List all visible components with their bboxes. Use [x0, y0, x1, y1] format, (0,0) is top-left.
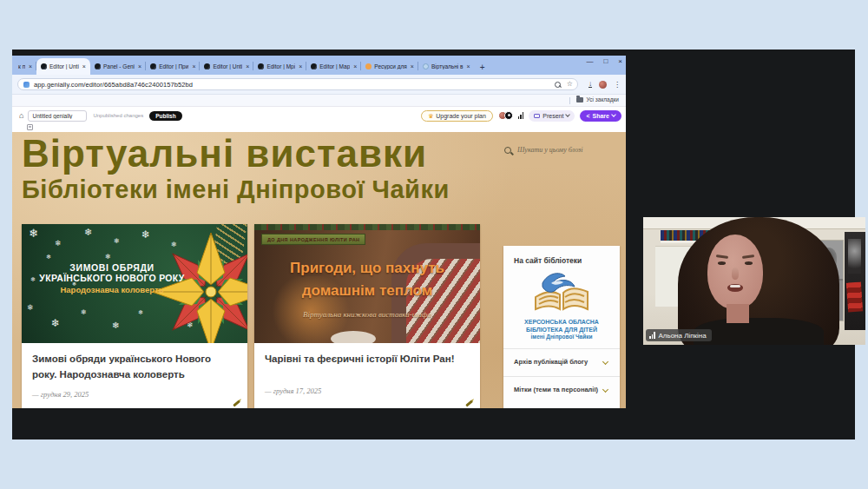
snowflake-icon: ❄ — [105, 254, 111, 261]
browser-tab[interactable]: Editor | Мрі× — [253, 58, 306, 75]
post-card[interactable]: ❄❄❄❄❄❄❄❄❄❄❄❄❄❄❄❄❄ — [22, 224, 247, 408]
genially-favicon-icon — [95, 63, 101, 69]
participant-video[interactable]: Альона Ліпкіна — [643, 217, 865, 345]
tab-close-icon[interactable]: × — [29, 63, 32, 69]
signal-bars-icon — [649, 332, 655, 339]
publish-button[interactable]: Publish — [149, 111, 181, 121]
post2-image-title1: Пригоди, що пахнуть — [254, 257, 480, 280]
browser-tab[interactable]: Panel - Geni× — [90, 58, 146, 75]
edit-pencil-icon[interactable] — [233, 400, 240, 406]
wall-poster — [845, 232, 865, 330]
upgrade-plan-button[interactable]: ♛ Upgrade your plan — [421, 110, 493, 122]
post2-ribbon-label: ДО ДНЯ НАРОДЖЕННЯ ЮЛІТИ РАН — [267, 237, 359, 242]
post1-image-title1: ЗИМОВІ ОБРЯДИ — [27, 262, 197, 273]
genially-title-input[interactable] — [28, 110, 87, 122]
bookmarks-bar: Усі закладки — [12, 94, 626, 106]
unpublished-status: Unpublished changes — [93, 113, 143, 118]
window-controls: — □ × — [586, 57, 622, 65]
tab-label: Editor | Unti — [49, 63, 79, 69]
close-icon[interactable]: × — [618, 57, 622, 65]
tab-close-icon[interactable]: × — [82, 63, 86, 69]
browser-tab[interactable]: Editor | Мар× — [306, 58, 361, 75]
participant-name-tag: Альона Ліпкіна — [646, 329, 712, 341]
genially-favicon-icon — [41, 63, 47, 69]
post-card[interactable]: ДО ДНЯ НАРОДЖЕННЯ ЮЛІТИ РАН Пригоди, що … — [254, 224, 480, 408]
address-bar[interactable]: app.genially.com/editor/665abd8a746c2400… — [17, 78, 578, 90]
post-title-link[interactable]: Зимові обряди українського Нового року. … — [32, 352, 237, 383]
tab-close-icon[interactable]: × — [192, 63, 195, 69]
participant-torso — [694, 318, 824, 345]
avatar[interactable] — [504, 111, 513, 120]
all-bookmarks-button[interactable]: Усі закладки — [576, 96, 619, 102]
participant-face — [707, 235, 763, 309]
share-button[interactable]: < Share — [580, 110, 621, 122]
blue-favicon-icon — [423, 63, 429, 69]
present-label: Present — [542, 113, 563, 119]
tab-label: Panel - Geni — [103, 63, 135, 69]
snowflake-icon: ❄ — [81, 309, 87, 316]
browser-navbar: app.genially.com/editor/665abd8a746c2400… — [12, 75, 626, 94]
post2-image-subtitle: Віртуальна книжкова виставка-шафа — [254, 310, 480, 319]
browser-tab[interactable]: Editor | Unti× — [200, 58, 253, 75]
sidebar-item-archive[interactable]: Архів публікацій блогу — [503, 349, 620, 366]
post-title-link[interactable]: Чарівні та феєричні історії Юліти Ран! — [265, 352, 470, 367]
bookmark-star-icon[interactable]: ☆ — [567, 81, 573, 88]
blog-search-input[interactable] — [517, 146, 608, 155]
browser-tab[interactable]: Ресурси для× — [361, 58, 418, 75]
blog-search[interactable] — [504, 146, 617, 155]
upgrade-plan-label: Upgrade your plan — [436, 113, 486, 119]
chevron-down-icon — [611, 112, 616, 117]
chevron-down-icon — [602, 387, 608, 393]
post-date: — грудня 17, 2025 — [265, 387, 470, 395]
profile-avatar[interactable] — [599, 81, 607, 89]
video-call-stage: к пу×Editor | Unti×Panel - Geni×Editor |… — [0, 0, 868, 489]
browser-menu-icon[interactable]: ⋮ — [614, 81, 621, 89]
snowflake-icon: ❄ — [46, 254, 51, 260]
maximize-icon[interactable]: □ — [603, 57, 608, 65]
library-name-line3: імені Дніпрової Чайки — [503, 334, 620, 340]
tab-close-icon[interactable]: × — [411, 63, 414, 69]
tab-close-icon[interactable]: × — [467, 63, 470, 69]
site-info-icon[interactable] — [23, 82, 30, 88]
monitor-icon — [534, 114, 540, 118]
browser-tab[interactable]: Editor | Unti× — [36, 58, 90, 75]
tab-close-icon[interactable]: × — [138, 63, 141, 69]
browser-window: к пу×Editor | Unti×Panel - Geni×Editor |… — [12, 56, 626, 408]
edit-pencil-icon[interactable] — [465, 400, 473, 406]
tab-close-icon[interactable]: × — [353, 63, 357, 69]
browser-tab[interactable]: к пу× — [14, 58, 36, 75]
search-lens-icon[interactable] — [555, 82, 561, 88]
post-image-cozy: ДО ДНЯ НАРОДЖЕННЯ ЮЛІТИ РАН Пригоди, що … — [254, 224, 480, 343]
tab-label: Editor | При — [159, 63, 188, 69]
minimize-icon[interactable]: — — [586, 57, 593, 65]
orange-favicon-icon — [365, 63, 372, 69]
library-logo[interactable] — [525, 271, 598, 318]
tab-label: Editor | Мар — [319, 63, 350, 69]
all-bookmarks-label: Усі закладки — [587, 96, 619, 102]
present-button[interactable]: Present — [529, 110, 575, 122]
home-icon[interactable]: ⌂ — [19, 111, 23, 120]
downloads-icon[interactable]: ↓ — [589, 81, 592, 88]
new-tab-button[interactable]: + — [480, 63, 485, 72]
sidebar-header: На сайт бібліотеки — [503, 246, 620, 265]
tab-label: Editor | Unti — [213, 63, 242, 69]
library-name-line1: ХЕРСОНСЬКА ОБЛАСНА — [503, 318, 620, 326]
share-label: Share — [593, 113, 609, 119]
snowflake-icon: ❄ — [55, 240, 62, 248]
blog-title-line1: Віртуальні виставки — [22, 134, 427, 174]
url-text: app.genially.com/editor/665abd8a746c2400… — [34, 81, 193, 89]
tab-close-icon[interactable]: × — [299, 63, 302, 69]
snowflake-icon: ❄ — [84, 228, 92, 237]
collaborator-avatars — [498, 111, 513, 120]
sidebar-item-tags[interactable]: Мітки (теми та персоналії) — [503, 377, 620, 393]
analytics-bars-icon[interactable] — [518, 112, 524, 119]
tab-close-icon[interactable]: × — [246, 63, 249, 69]
browser-tab[interactable]: Віртуальні в× — [418, 58, 475, 75]
share-icon: < — [586, 113, 589, 119]
browser-tab[interactable]: Editor | При× — [146, 58, 200, 75]
post2-ribbon: ДО ДНЯ НАРОДЖЕННЯ ЮЛІТИ РАН — [261, 234, 365, 245]
snowflake-icon: ❄ — [27, 304, 34, 312]
tab-label: Віртуальні в — [431, 63, 464, 69]
page-thumbnail-icon[interactable] — [27, 124, 33, 130]
sidebar-item-label: Мітки (теми та персоналії) — [514, 386, 598, 393]
